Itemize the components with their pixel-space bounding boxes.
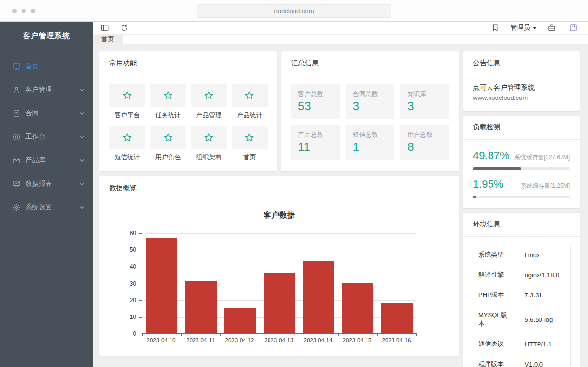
chart-x-tick bbox=[299, 333, 299, 336]
sidebar-item-document[interactable]: 合同 bbox=[0, 101, 93, 125]
load-title: 负载检测 bbox=[463, 116, 580, 140]
quick-action-tile bbox=[150, 84, 186, 107]
quick-actions-card: 常用功能 客户平台任务统计产品管理产品统计短信统计用户角色组织架构首页 bbox=[99, 51, 277, 171]
star-icon bbox=[203, 90, 214, 101]
star-icon bbox=[163, 132, 173, 143]
tab-home[interactable]: 首页 bbox=[93, 35, 123, 44]
user-icon bbox=[12, 86, 21, 94]
env-value: 5.6.50-log bbox=[518, 305, 571, 334]
save-icon[interactable] bbox=[567, 22, 580, 34]
star-icon bbox=[122, 90, 133, 101]
sidebar-item-monitor[interactable]: 首页 bbox=[0, 54, 93, 78]
env-value: V1.0.0 bbox=[518, 354, 571, 367]
sidebar-item-workbench[interactable]: 工作台 bbox=[0, 125, 93, 148]
quick-action-item[interactable]: 客户平台 bbox=[109, 84, 145, 120]
env-key: 系统类型 bbox=[472, 245, 518, 265]
collapse-sidebar-icon[interactable] bbox=[98, 22, 111, 34]
bar-chart: 0102030405060 2023-04-102023-04-112023-0… bbox=[142, 233, 416, 343]
sidebar-item-report[interactable]: 数据报表 bbox=[0, 172, 93, 196]
chart-x-label: 2023-04-16 bbox=[377, 337, 416, 343]
toolbox-icon[interactable] bbox=[545, 22, 558, 34]
window-dot[interactable] bbox=[12, 9, 17, 13]
bookmark-icon[interactable] bbox=[489, 22, 502, 34]
data-overview-title: 数据概览 bbox=[99, 176, 459, 200]
quick-action-tile bbox=[191, 84, 227, 107]
star-icon bbox=[203, 132, 214, 143]
chart-y-tick bbox=[139, 284, 142, 284]
load-meter: 1.95%系统缓存量[1.25M] bbox=[473, 178, 570, 198]
app-title: 客户管理系统 bbox=[0, 22, 93, 44]
table-row: 通信协议HTTP/1.1 bbox=[472, 334, 571, 354]
env-key: 解译引擎 bbox=[472, 265, 518, 285]
environment-title: 环境信息 bbox=[463, 213, 580, 237]
quick-action-label: 产品管理 bbox=[191, 111, 227, 120]
stat-tile: 知识库3 bbox=[400, 84, 449, 119]
env-value: HTTP/1.1 bbox=[518, 334, 571, 354]
chart-y-label: 20 bbox=[130, 297, 136, 304]
chart-bar bbox=[264, 273, 295, 333]
env-key: PHP版本 bbox=[472, 285, 518, 305]
tab-bar: 首页 bbox=[93, 35, 588, 44]
stat-value: 3 bbox=[353, 99, 388, 113]
stat-tile: 客户总数53 bbox=[291, 84, 340, 119]
url-bar[interactable]: nodcloud.com bbox=[197, 4, 391, 18]
star-icon bbox=[163, 90, 173, 101]
star-icon bbox=[122, 132, 133, 143]
stat-label: 产品总数 bbox=[298, 130, 333, 139]
quick-action-item[interactable]: 首页 bbox=[232, 126, 268, 162]
quick-action-tile bbox=[109, 126, 145, 149]
window-dot[interactable] bbox=[31, 9, 35, 13]
quick-action-item[interactable]: 产品统计 bbox=[232, 84, 268, 120]
window-dot[interactable] bbox=[22, 9, 26, 13]
user-menu[interactable]: 管理员 bbox=[511, 24, 537, 32]
sidebar-item-user[interactable]: 客户管理 bbox=[0, 78, 93, 101]
quick-action-item[interactable]: 用户角色 bbox=[150, 126, 186, 162]
quick-action-item[interactable]: 任务统计 bbox=[150, 84, 186, 120]
quick-action-label: 首页 bbox=[232, 153, 268, 162]
stat-label: 短信总数 bbox=[353, 130, 388, 139]
stat-value: 1 bbox=[353, 140, 388, 154]
star-icon bbox=[244, 132, 255, 143]
sidebar-item-box[interactable]: 产品库 bbox=[0, 148, 93, 172]
window-controls[interactable] bbox=[12, 9, 35, 13]
chart-x-label: 2023-04-15 bbox=[338, 337, 377, 343]
meter-label: 系统缓存量[1.25M] bbox=[521, 182, 570, 190]
chart-x-label: 2023-04-11 bbox=[181, 337, 220, 343]
quick-action-tile bbox=[109, 84, 145, 107]
chart-y-tick bbox=[139, 317, 142, 318]
environment-table: 系统类型Linux解译引擎nginx/1.18.0PHP版本7.3.31MYSQ… bbox=[472, 245, 571, 367]
quick-action-tile bbox=[150, 126, 186, 149]
chart-x-tick bbox=[142, 333, 143, 336]
quick-action-label: 用户角色 bbox=[150, 153, 186, 162]
env-value: Linux bbox=[518, 245, 571, 265]
meter-track bbox=[473, 196, 570, 198]
stat-tile: 用户总数8 bbox=[400, 125, 449, 160]
chart-x-label: 2023-04-12 bbox=[220, 337, 259, 343]
announcement-line1: 点可云客户管理系统 bbox=[473, 83, 570, 92]
table-row: 系统类型Linux bbox=[472, 245, 571, 265]
sidebar-item-label: 客户管理 bbox=[25, 85, 52, 94]
chart-title: 客户数据 bbox=[111, 210, 447, 220]
quick-action-item[interactable]: 组织架构 bbox=[191, 126, 227, 162]
star-icon bbox=[244, 90, 255, 101]
quick-action-item[interactable]: 产品管理 bbox=[191, 84, 227, 120]
env-value: nginx/1.18.0 bbox=[518, 265, 571, 285]
sidebar-item-gear[interactable]: 系统设置 bbox=[0, 196, 93, 219]
user-menu-label: 管理员 bbox=[511, 24, 531, 32]
env-key: 程序版本 bbox=[472, 354, 518, 367]
toolbar: 管理员 bbox=[93, 22, 588, 35]
chevron-down-icon bbox=[79, 111, 85, 116]
meter-fill bbox=[473, 196, 476, 198]
chevron-down-icon bbox=[79, 181, 85, 187]
chart-y-label: 50 bbox=[130, 246, 136, 253]
sidebar-item-label: 工作台 bbox=[25, 132, 46, 141]
chart-x-axis-labels: 2023-04-102023-04-112023-04-122023-04-13… bbox=[142, 337, 416, 343]
stat-value: 11 bbox=[298, 140, 333, 154]
quick-action-item[interactable]: 短信统计 bbox=[109, 126, 145, 162]
refresh-icon[interactable] bbox=[118, 22, 131, 34]
gear-icon bbox=[12, 203, 21, 212]
caret-down-icon bbox=[533, 27, 537, 29]
table-row: 程序版本V1.0.0 bbox=[472, 354, 571, 367]
stat-value: 53 bbox=[298, 99, 333, 113]
quick-action-tile bbox=[191, 126, 227, 149]
